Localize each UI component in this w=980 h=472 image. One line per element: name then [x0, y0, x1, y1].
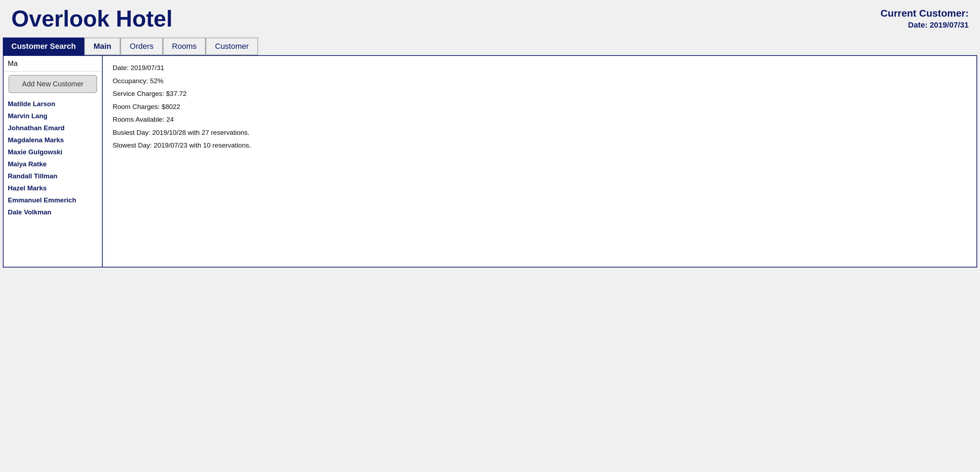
date-label: Date: 2019/07/31: [908, 21, 969, 30]
content-panel: Date: 2019/07/31Occupancy: 52%Service Ch…: [103, 56, 977, 267]
stat-line: Busiest Day: 2019/10/28 with 27 reservat…: [113, 128, 967, 138]
sidebar: Add New Customer Matilde LarsonMarvin La…: [3, 56, 103, 267]
list-item[interactable]: Maxie Gulgowski: [3, 146, 102, 158]
list-item[interactable]: Magdalena Marks: [3, 134, 102, 146]
list-item[interactable]: Johnathan Emard: [3, 122, 102, 134]
list-item[interactable]: Emmanuel Emmerich: [3, 194, 102, 206]
list-item[interactable]: Hazel Marks: [3, 182, 102, 194]
search-input[interactable]: [3, 56, 102, 72]
header-right: Current Customer: Date: 2019/07/31: [880, 8, 969, 30]
list-item[interactable]: Maiya Ratke: [3, 158, 102, 170]
list-item[interactable]: Marvin Lang: [3, 110, 102, 122]
tab-customer[interactable]: Customer: [206, 38, 258, 55]
stat-line: Service Charges: $37.72: [113, 89, 967, 99]
add-new-customer-button[interactable]: Add New Customer: [8, 75, 97, 93]
tab-main[interactable]: Main: [84, 38, 120, 55]
stat-line: Occupancy: 52%: [113, 76, 967, 86]
list-item[interactable]: Matilde Larson: [3, 98, 102, 110]
main-info: Date: 2019/07/31Occupancy: 52%Service Ch…: [113, 63, 967, 151]
tab-customer-search[interactable]: Customer Search: [3, 38, 84, 55]
stat-line: Date: 2019/07/31: [113, 63, 967, 73]
current-customer-label: Current Customer:: [880, 8, 969, 19]
hotel-title: Overlook Hotel: [11, 6, 172, 32]
tab-orders[interactable]: Orders: [120, 38, 162, 55]
nav-bar: Customer Search Main Orders Rooms Custom…: [0, 38, 980, 55]
header: Overlook Hotel Current Customer: Date: 2…: [0, 0, 980, 38]
main-content: Add New Customer Matilde LarsonMarvin La…: [3, 55, 977, 267]
list-item[interactable]: Dale Volkman: [3, 206, 102, 218]
list-item[interactable]: Randall Tillman: [3, 170, 102, 182]
tab-rooms[interactable]: Rooms: [163, 38, 206, 55]
stat-line: Room Charges: $8022: [113, 102, 967, 112]
stat-line: Slowest Day: 2019/07/23 with 10 reservat…: [113, 140, 967, 151]
stat-line: Rooms Available: 24: [113, 114, 967, 125]
customer-list: Matilde LarsonMarvin LangJohnathan Emard…: [3, 97, 102, 220]
